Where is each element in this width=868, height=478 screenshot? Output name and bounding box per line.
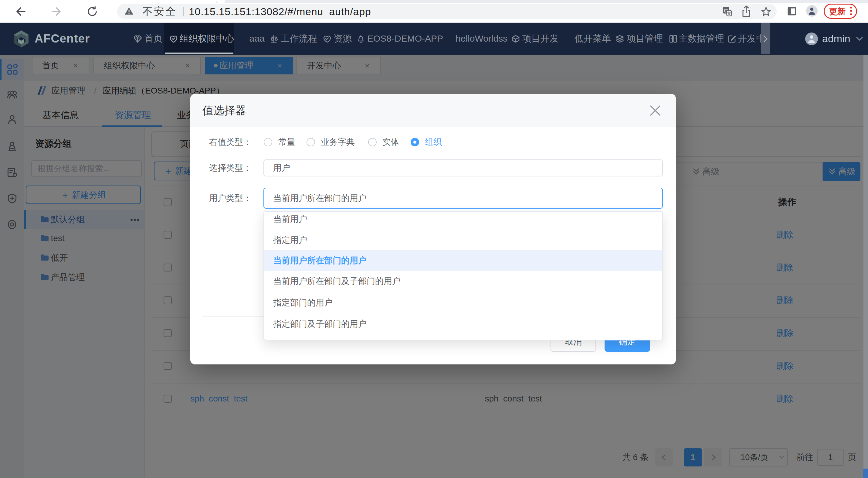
svg-text:文: 文 xyxy=(727,11,731,16)
